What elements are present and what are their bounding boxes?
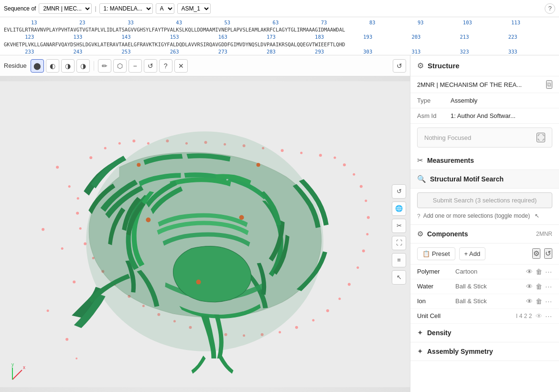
ion-name: Ion [417,297,455,305]
controls-button[interactable]: ≡ [392,253,406,267]
assembly-symmetry-title: Assembly Symmetry [427,348,493,355]
globe-button[interactable]: 🌐 [392,201,406,216]
tool-half-circle-1[interactable]: ◐ [46,59,59,73]
svg-point-55 [146,217,150,222]
svg-point-20 [281,149,284,152]
svg-point-11 [118,142,121,145]
svg-point-26 [360,185,363,188]
water-visibility-button[interactable]: 👁 [526,283,533,290]
water-delete-button[interactable]: 🗑 [536,283,542,290]
structure-header: ⚙ Structure [410,55,559,76]
svg-point-9 [89,156,92,159]
polymer-visibility-button[interactable]: 👁 [526,268,533,275]
viewport: ↺ 🌐 ✂ ⛶ ≡ ↖ x y [0,76,410,392]
cursor-icon: ↖ [535,212,539,220]
filter-button[interactable]: ⚙ [532,248,540,259]
entry-select[interactable]: 2MNR | MEC... [39,3,92,14]
svg-point-51 [79,227,82,230]
polymer-more-button[interactable]: ··· [545,268,552,275]
assembly-select[interactable]: ASM_1 [177,3,211,14]
water-type: Ball & Stick [455,283,526,290]
reset-button[interactable]: ↺ [544,248,552,259]
tool-minus[interactable]: − [129,59,142,73]
unit-cell-row: Unit Cell I 4 2 2 👁 ··· [410,309,559,324]
svg-text:y: y [11,362,14,367]
nothing-focused-label: Nothing Focused [424,134,471,141]
svg-point-1 [56,166,59,169]
svg-point-13 [147,142,150,145]
polymer-name: Polymer [417,268,455,275]
refresh-button[interactable]: ↺ [393,59,406,73]
scissors-button[interactable]: ✂ [392,219,406,233]
density-section[interactable]: ✦ Density [410,324,559,342]
tool-filled-circle[interactable]: ⬤ [31,59,44,73]
svg-point-3 [42,228,44,231]
motif-search-icon: 🔍 [417,175,426,183]
ion-more-button[interactable]: ··· [545,297,552,305]
viewer-area: Residue ⬤ ◐ ◑ ◑ ✏ ⬡ − ↺ ? ✕ ↺ [0,55,410,392]
unit-cell-visibility-button[interactable]: 👁 [536,312,542,320]
motif-search-section-header[interactable]: 🔍 Structural Motif Search [410,170,559,189]
chain-select[interactable]: 1: MANDELA... [99,3,153,14]
asm-id-label: Asm Id [417,112,451,119]
motif-search-title: Structural Motif Search [430,175,552,183]
sequence-bar: Sequence of 2MNR | MEC... | 1: MANDELA..… [0,0,559,17]
tool-undo[interactable]: ↺ [144,59,157,73]
asm-id-value: 1: Author And Softwar... [451,112,552,119]
nothing-focused-box: Nothing Focused ⛶ [417,127,552,148]
motif-search-content: Submit Search (3 selections required) ? … [410,189,559,225]
ion-visibility-button[interactable]: 👁 [526,297,533,305]
measurements-section[interactable]: ✂ Measurements [410,151,559,170]
svg-point-27 [365,200,367,202]
svg-point-4 [61,247,64,250]
unit-cell-more-button[interactable]: ··· [545,312,552,320]
tool-help[interactable]: ? [159,59,172,73]
tool-hexagon[interactable]: ⬡ [113,59,127,73]
unit-cell-label: I 4 2 2 [516,313,532,319]
svg-line-60 [12,370,22,380]
tool-half-circle-2[interactable]: ◑ [61,59,75,73]
type-label: Type [417,97,451,104]
preset-button[interactable]: 📋 Preset [417,247,455,260]
copy-structure-button[interactable]: ⧉ [546,80,552,89]
add-button[interactable]: + Add [459,247,486,260]
seq-help-button[interactable]: ? [545,3,555,14]
motif-hint: ? Add one or more selections (toggle mod… [417,212,552,221]
snapshot-button[interactable]: ⛶ [537,133,545,142]
components-header: ⚙ Components 2MNR [410,225,559,244]
svg-point-31 [356,266,359,269]
svg-point-59 [137,163,140,167]
polymer-delete-button[interactable]: 🗑 [536,268,542,275]
svg-point-25 [353,173,355,176]
measurements-icon: ✂ [417,156,423,165]
right-panel: ⚙ Structure 2MNR | MECHANISM OF THE REA.… [410,55,559,392]
tool-pencil[interactable]: ✏ [98,59,111,73]
tool-close[interactable]: ✕ [174,59,188,73]
ion-delete-button[interactable]: 🗑 [536,297,542,305]
polymer-actions: 👁 🗑 ··· [526,268,552,275]
components-icon: ⚙ [417,230,423,238]
toolbar-divider-1 [94,61,94,71]
chain-letter-select[interactable]: A [156,3,174,14]
structure-name: 2MNR | MECHANISM OF THE REA... [417,81,542,88]
svg-point-30 [362,250,365,253]
assembly-symmetry-section[interactable]: ✦ Assembly Symmetry [410,342,559,361]
fullscreen-button[interactable]: ⛶ [392,236,406,250]
density-title: Density [427,329,452,337]
tool-half-circle-3[interactable]: ◑ [76,59,90,73]
protein-structure-svg [0,76,410,392]
reset-view-button[interactable]: ↺ [392,184,406,199]
pointer-button[interactable]: ↖ [392,270,406,285]
svg-point-29 [366,233,368,235]
main-content: Residue ⬤ ◐ ◑ ◑ ✏ ⬡ − ↺ ? ✕ ↺ [0,55,559,392]
ion-type: Ball & Stick [455,297,526,305]
ion-actions: 👁 🗑 ··· [526,297,552,305]
structure-gear-icon: ⚙ [417,61,424,70]
svg-point-10 [104,147,107,149]
svg-point-52 [76,212,79,214]
svg-point-56 [239,215,244,220]
svg-point-35 [312,319,314,321]
svg-point-37 [279,331,281,333]
structure-name-row: 2MNR | MECHANISM OF THE REA... ⧉ [410,76,559,93]
water-more-button[interactable]: ··· [545,283,552,290]
